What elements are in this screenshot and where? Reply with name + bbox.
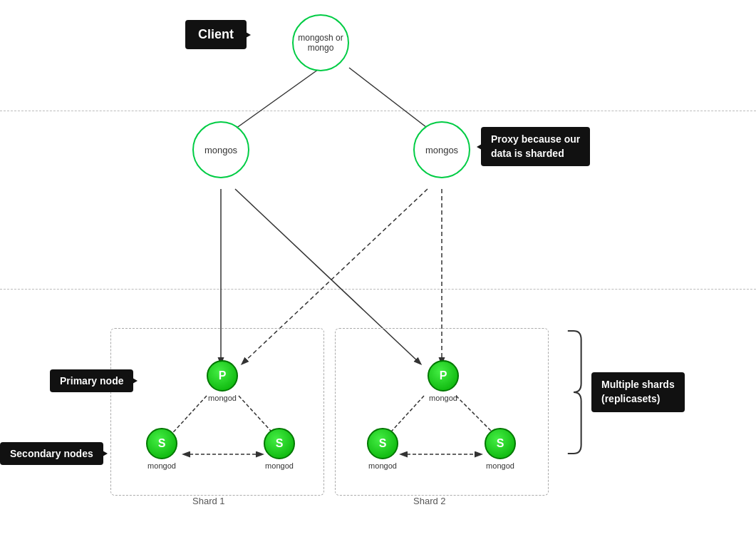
secondary-nodes-callout: Secondary nodes xyxy=(0,442,103,465)
divider-1 xyxy=(0,111,756,111)
brace-svg xyxy=(563,328,584,456)
proxy-label: Proxy because ourdata is sharded xyxy=(491,133,580,159)
shard2-primary-mongod-label: mongod xyxy=(429,394,457,402)
shard1-s2-mongod-label: mongod xyxy=(265,461,294,470)
divider-2 xyxy=(0,289,756,290)
shard1-secondary1: S mongod xyxy=(146,428,177,470)
shard2-s1-mongod-label: mongod xyxy=(368,461,397,470)
shard1-s1-badge: S xyxy=(146,428,177,459)
shard1-primary-mongod-label: mongod xyxy=(208,394,237,402)
shard1-s2-badge: S xyxy=(264,428,295,459)
multiple-shards-group: Multiple shards(replicasets) xyxy=(563,328,685,456)
shard2-s2-mongod-label: mongod xyxy=(486,461,514,470)
proxy-callout: Proxy because ourdata is sharded xyxy=(481,127,590,166)
primary-node-label: Primary node xyxy=(60,375,123,387)
multiple-shards-label: Multiple shards(replicasets) xyxy=(601,379,675,404)
shard1-primary-badge: P xyxy=(207,360,238,392)
mongos2-node: mongos xyxy=(413,121,470,178)
shard2-primary-badge: P xyxy=(428,360,459,392)
primary-node-callout: Primary node xyxy=(50,369,133,392)
shard1-secondary2: S mongod xyxy=(264,428,295,470)
diagram: Client mongosh or mongo mongos mongos Pr… xyxy=(0,0,756,537)
shard1-s1-mongod-label: mongod xyxy=(147,461,176,470)
client-label: Client xyxy=(198,27,234,41)
client-callout: Client xyxy=(185,20,247,49)
shard2-secondary1: S mongod xyxy=(367,428,398,470)
shard2-secondary2: S mongod xyxy=(485,428,516,470)
secondary-nodes-label: Secondary nodes xyxy=(10,448,93,459)
mongos1-label: mongos xyxy=(204,145,237,155)
shard1-label: Shard 1 xyxy=(192,496,225,506)
mongos2-label: mongos xyxy=(425,145,458,155)
shard2-primary: P mongod xyxy=(428,360,459,402)
shard2-s2-badge: S xyxy=(485,428,516,459)
shard1-box xyxy=(110,328,324,496)
client-sublabel: mongosh or mongo xyxy=(294,33,348,53)
shard1-primary: P mongod xyxy=(207,360,238,402)
multiple-shards-callout: Multiple shards(replicasets) xyxy=(591,372,685,411)
shard2-s1-badge: S xyxy=(367,428,398,459)
shard2-box xyxy=(335,328,549,496)
client-node: mongosh or mongo xyxy=(292,14,349,71)
mongos1-node: mongos xyxy=(192,121,249,178)
shard2-label: Shard 2 xyxy=(413,496,446,506)
